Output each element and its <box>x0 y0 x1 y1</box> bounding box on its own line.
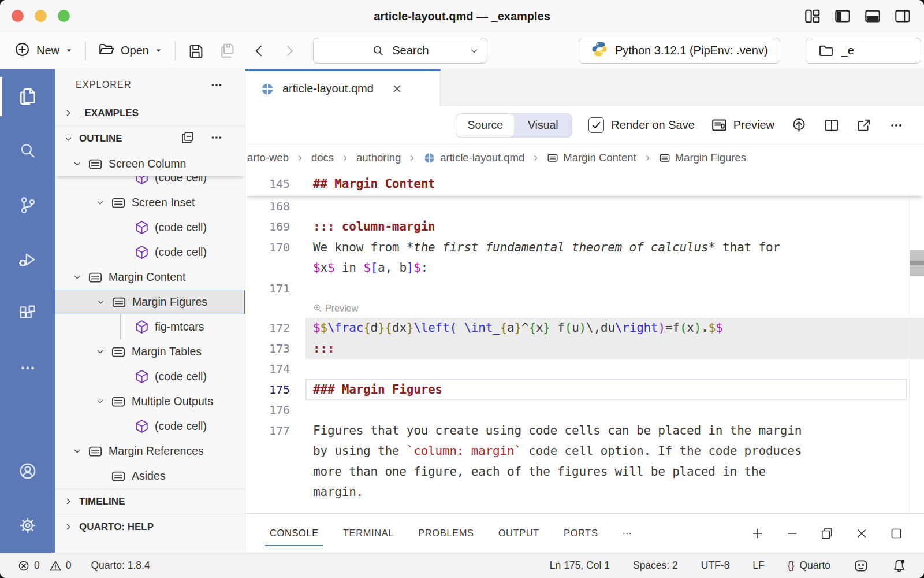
panel-right-icon[interactable] <box>894 8 911 25</box>
activity-extensions[interactable] <box>0 287 55 341</box>
activity-search[interactable] <box>0 124 55 178</box>
panel-tab-terminal[interactable]: TERMINAL <box>342 525 395 541</box>
panel-tab-output[interactable]: OUTPUT <box>497 525 541 541</box>
code-line-168[interactable]: 168 <box>245 196 924 217</box>
split-editor-button[interactable] <box>824 117 840 134</box>
panel-tab-ports[interactable]: PORTS <box>562 525 599 541</box>
code-line-174[interactable]: 174 <box>245 359 924 380</box>
panel-tab-console[interactable]: CONSOLE <box>269 525 320 541</box>
outline-item-code-cell[interactable]: (code cell) <box>55 215 245 240</box>
feedback-smiley-icon[interactable] <box>854 558 869 573</box>
render-on-save-option[interactable]: Render on Save <box>588 117 695 133</box>
collapse-all-button[interactable] <box>180 130 195 148</box>
breadcrumb-margin-figures[interactable]: Margin Figures <box>659 151 746 164</box>
panel-close-button[interactable] <box>855 527 869 540</box>
breadcrumb-arto-web[interactable]: arto-web <box>247 151 289 164</box>
activity-account[interactable] <box>0 444 55 498</box>
search-input[interactable]: Search <box>313 38 487 64</box>
line-content: Figures that you create using code cells… <box>305 420 924 441</box>
outline-item-multiple-outputs[interactable]: Multiple Outputs <box>55 389 245 414</box>
open-in-new-window-button[interactable] <box>856 117 872 134</box>
close-window-button[interactable] <box>12 10 24 22</box>
code-line-177[interactable]: 177Figures that you create using code ce… <box>245 420 924 441</box>
panel-restore-button[interactable] <box>820 527 834 540</box>
activity-settings[interactable] <box>0 498 55 553</box>
outline-item-margin-figures[interactable]: Margin Figures <box>55 290 245 314</box>
close-tab-button[interactable] <box>391 83 403 95</box>
activity-explorer[interactable] <box>0 69 55 124</box>
open-button[interactable]: Open <box>98 40 163 61</box>
indent-setting[interactable]: Spaces: 2 <box>633 560 678 572</box>
panel-left-icon[interactable] <box>834 8 851 25</box>
panel-tab-problems[interactable]: PROBLEMS <box>417 525 475 541</box>
explorer-more-actions-button[interactable] <box>209 77 224 92</box>
panel-minus-button[interactable] <box>785 527 799 540</box>
notifications-bell-icon[interactable] <box>892 558 907 573</box>
render-on-save-checkbox[interactable] <box>588 117 604 133</box>
minimize-window-button[interactable] <box>35 10 47 22</box>
eol-setting[interactable]: LF <box>752 560 764 572</box>
code-editor[interactable]: 145## Margin Content168169::: column-mar… <box>245 171 924 513</box>
code-line-172[interactable]: 172$$\frac{d}{dx}\left( \int_{a}^{x} f(u… <box>245 318 924 339</box>
code-line-wrap[interactable]: more than one figure, each of the figure… <box>245 461 924 482</box>
breadcrumb-article-layout-qmd[interactable]: article-layout.qmd <box>423 151 524 164</box>
problems-indicator[interactable]: 0 0 <box>17 560 71 572</box>
zoom-window-button[interactable] <box>58 10 70 22</box>
customize-layout-icon[interactable] <box>804 8 821 25</box>
code-line-173[interactable]: 173::: <box>245 338 924 359</box>
code-line-wrap[interactable]: by using the `column: margin` code cell … <box>245 441 924 462</box>
outline-more-actions-button[interactable] <box>209 130 224 148</box>
editor-more-actions-button[interactable] <box>888 117 904 134</box>
encoding-setting[interactable]: UTF-8 <box>701 560 730 572</box>
interpreter-selector[interactable]: Python 3.12.1 (PipEnv: .venv) <box>579 38 780 64</box>
workspace-button[interactable]: _e <box>806 38 921 64</box>
outline-item-code-cell[interactable]: (code cell) <box>55 414 245 439</box>
outline-item-screen-column[interactable]: Screen Column <box>55 151 245 176</box>
outline-item-code-cell[interactable]: (code cell) <box>55 364 245 389</box>
section-quarto-help[interactable]: QUARTO: HELP <box>55 514 245 539</box>
activity-additional-views[interactable] <box>0 341 55 395</box>
outline-item-fig-mtcars[interactable]: fig-mtcars <box>55 314 245 339</box>
code-line-wrap[interactable]: margin. <box>245 482 924 503</box>
save-button[interactable] <box>187 42 204 60</box>
code-line-169[interactable]: 169::: column-margin <box>245 217 924 238</box>
code-line-176[interactable]: 176 <box>245 400 924 421</box>
activity-source-control[interactable] <box>0 178 55 232</box>
outline-item-margin-content[interactable]: Margin Content <box>55 265 245 290</box>
outline-item-margin-references[interactable]: Margin References <box>55 439 245 464</box>
outline-item-margin-tables[interactable]: Margin Tables <box>55 339 245 364</box>
quarto-version[interactable]: Quarto: 1.8.4 <box>91 560 150 572</box>
code-line-175[interactable]: 175### Margin Figures <box>245 379 924 400</box>
section-examples[interactable]: _EXAMPLES <box>55 101 245 126</box>
outline-item-code-cell[interactable]: (code cell) <box>55 176 245 190</box>
new-button[interactable]: New <box>14 41 74 61</box>
panel-bottom-icon[interactable] <box>864 8 881 25</box>
breadcrumb-margin-content[interactable]: Margin Content <box>547 151 636 164</box>
tab-article-layout-qmd[interactable]: article-layout.qmd <box>245 69 441 106</box>
section-timeline[interactable]: TIMELINE <box>55 488 245 514</box>
preview-button[interactable]: Preview <box>711 117 774 134</box>
editor-scrollbar[interactable] <box>909 171 924 513</box>
code-line-145[interactable]: 145## Margin Content <box>245 171 924 196</box>
panel-plus-button[interactable] <box>751 527 765 540</box>
breadcrumb-docs[interactable]: docs <box>311 151 334 164</box>
render-publish-button[interactable] <box>791 117 807 134</box>
cursor-position[interactable]: Ln 175, Col 1 <box>550 560 610 572</box>
outline-item-screen-inset[interactable]: Screen Inset <box>55 190 245 215</box>
outline-item-code-cell[interactable]: (code cell) <box>55 240 245 265</box>
panel-tab-[interactable]: ⋯ <box>621 525 634 541</box>
navigate-back-button[interactable] <box>252 43 267 58</box>
code-line-wrap[interactable]: $x$ in $[a, b]$: <box>245 258 924 279</box>
panel-square-button[interactable] <box>889 527 903 540</box>
source-mode-button[interactable]: Source <box>456 114 514 137</box>
code-line-170[interactable]: 170We know from *the first fundamental t… <box>245 237 924 258</box>
activity-run-and-debug[interactable] <box>0 232 55 287</box>
visual-mode-button[interactable]: Visual <box>514 114 572 137</box>
code-line-171[interactable]: 171 <box>245 278 924 299</box>
breadcrumb-authoring[interactable]: authoring <box>356 151 401 164</box>
language-mode[interactable]: {} Quarto <box>788 560 830 572</box>
chevron-down-icon[interactable] <box>468 45 480 57</box>
codelens-preview[interactable]: Preview <box>245 299 924 318</box>
section-outline[interactable]: OUTLINE <box>55 126 245 151</box>
outline-item-asides[interactable]: Asides <box>55 464 245 488</box>
